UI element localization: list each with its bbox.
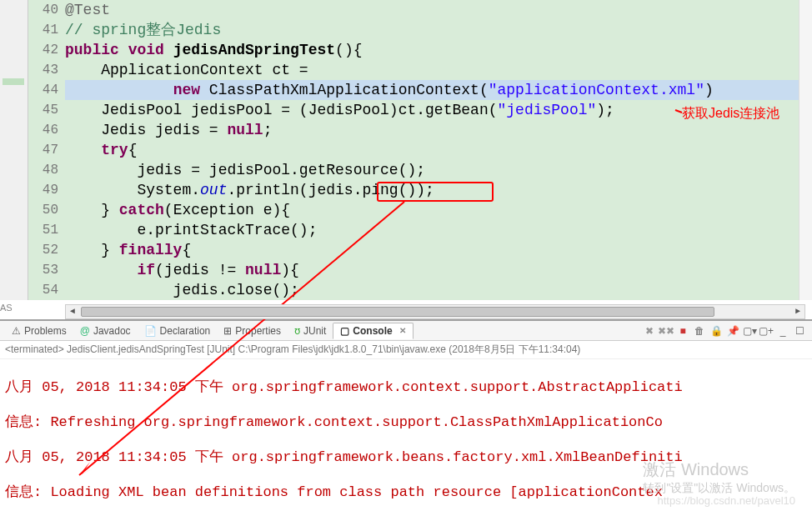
properties-icon: ⊞ [223, 325, 232, 337]
open-console-button[interactable]: ▢+ [759, 323, 774, 338]
junit-icon: ʊ [294, 325, 300, 337]
as-label: AS [0, 303, 13, 313]
overview-ruler[interactable] [799, 0, 812, 300]
console-icon: ▢ [340, 325, 349, 337]
problems-icon: ⚠ [12, 325, 21, 337]
maximize-button[interactable]: ☐ [792, 323, 807, 338]
line-number: 44 [28, 80, 58, 100]
declaration-icon: 📄 [144, 325, 157, 337]
line-number-gutter: 40 41 42 43 44 45 46 47 48 49 50 51 52 5… [28, 0, 65, 300]
views-bar: ⚠Problems @Javadoc 📄Declaration ⊞Propert… [0, 321, 812, 341]
line-number: 53 [28, 260, 58, 280]
line-number: 42 [28, 40, 58, 60]
scroll-lock-button[interactable]: 🔒 [709, 323, 724, 338]
clear-console-button[interactable]: 🗑 [692, 323, 707, 338]
remove-launch-button[interactable]: ✖ [642, 323, 657, 338]
line-number: 43 [28, 60, 58, 80]
annotation: @Test [65, 2, 110, 18]
line-number: 49 [28, 180, 58, 200]
line-number: 46 [28, 120, 58, 140]
tab-properties[interactable]: ⊞Properties [217, 323, 288, 338]
editor-panel: 40 41 42 43 44 45 46 47 48 49 50 51 52 5… [0, 0, 812, 321]
remove-all-button[interactable]: ✖✖ [659, 323, 674, 338]
display-selected-button[interactable]: ▢▾ [742, 323, 757, 338]
tab-javadoc[interactable]: @Javadoc [73, 323, 138, 338]
console-output[interactable]: 八月 05, 2018 11:34:05 下午 org.springframew… [0, 359, 812, 511]
code-editor[interactable]: @Test // spring整合Jedis public void jedis… [65, 0, 812, 300]
scroll-right-arrow[interactable]: ► [791, 305, 804, 318]
line-number: 52 [28, 240, 58, 260]
tab-console[interactable]: ▢Console✕ [333, 323, 413, 339]
tab-problems[interactable]: ⚠Problems [5, 323, 73, 338]
terminate-button[interactable]: ■ [675, 323, 690, 338]
line-number: 41 [28, 20, 58, 40]
console-line: 八月 05, 2018 11:34:05 下午 org.springframew… [5, 447, 807, 466]
line-number: 47 [28, 140, 58, 160]
close-icon[interactable]: ✕ [399, 326, 406, 335]
minimize-button[interactable]: _ [775, 323, 790, 338]
marker-indicator [3, 78, 24, 85]
pin-console-button[interactable]: 📌 [725, 323, 740, 338]
terminated-status: <terminated> JedisClient.jedisAndSpringT… [0, 341, 812, 359]
line-number: 54 [28, 280, 58, 300]
console-toolbar: ✖ ✖✖ ■ 🗑 🔒 📌 ▢▾ ▢+ _ ☐ [642, 323, 807, 338]
annotation-text: 获取Jedis连接池 [682, 105, 779, 123]
scrollbar-thumb[interactable] [81, 307, 714, 317]
horizontal-scrollbar[interactable]: ◄ ► [65, 304, 805, 319]
line-number: 48 [28, 160, 58, 180]
line-number: 40 [28, 0, 58, 20]
scroll-left-arrow[interactable]: ◄ [66, 305, 79, 318]
line-number: 50 [28, 200, 58, 220]
tab-declaration[interactable]: 📄Declaration [138, 323, 218, 338]
console-line: 信息: Loading XML bean definitions from cl… [5, 482, 807, 501]
javadoc-icon: @ [80, 325, 90, 337]
console-line: 八月 05, 2018 11:34:05 下午 org.springframew… [5, 377, 807, 396]
line-number: 51 [28, 220, 58, 240]
console-line: 信息: Refreshing org.springframework.conte… [5, 412, 807, 431]
marker-bar [0, 0, 28, 300]
comment: // spring整合Jedis [65, 22, 221, 38]
tab-junit[interactable]: ʊJUnit [288, 323, 333, 338]
line-number: 45 [28, 100, 58, 120]
current-line: new ClassPathXmlApplicationContext("appl… [65, 80, 812, 100]
